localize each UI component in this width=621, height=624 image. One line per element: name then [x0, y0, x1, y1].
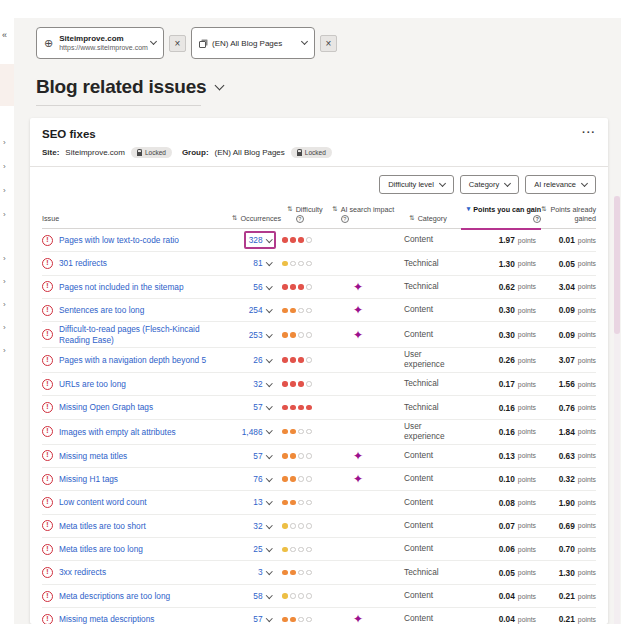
occurrences-value[interactable]: 3 [258, 567, 263, 577]
column-header-difficulty[interactable]: ⇅ Difficulty ? [281, 205, 331, 223]
occurrences-value[interactable]: 1,486 [242, 427, 263, 437]
sort-icon[interactable]: ⇅ [287, 205, 292, 223]
occurrences-value[interactable]: 56 [253, 282, 262, 292]
chevron-right-icon[interactable]: › [3, 277, 6, 286]
difficulty-dots [276, 617, 326, 623]
chevron-right-icon[interactable]: › [3, 300, 6, 309]
issue-link[interactable]: Missing meta descriptions [59, 614, 154, 624]
occurrences-control[interactable]: 26 [248, 351, 276, 369]
difficulty-dot [298, 523, 304, 529]
chevron-right-icon[interactable]: › [3, 346, 6, 355]
main-area: ⊕ Siteimprove.com https://www.siteimprov… [14, 18, 621, 624]
occurrences-control[interactable]: 254 [244, 301, 276, 319]
occurrences-value[interactable]: 253 [249, 330, 263, 340]
occurrences-control[interactable]: 57 [248, 447, 276, 465]
occurrences-control[interactable]: 328 [244, 231, 276, 249]
sort-icon[interactable]: ⇅ [541, 205, 546, 223]
info-icon[interactable]: ? [296, 215, 304, 223]
chevron-right-icon[interactable]: › [3, 186, 6, 195]
site-selector-clear-button[interactable]: × [169, 35, 186, 52]
column-header-issue[interactable]: Issue [42, 214, 232, 223]
sort-icon[interactable]: ⇅ [332, 205, 337, 223]
difficulty-dot [282, 429, 288, 435]
occurrences-control[interactable]: 81 [248, 254, 276, 272]
issue-link[interactable]: Sentences are too long [59, 305, 144, 315]
scrollbar[interactable] [614, 196, 620, 624]
issue-link[interactable]: URLs are too long [59, 379, 126, 389]
sort-icon[interactable]: ⇅ [409, 214, 414, 223]
group-selector[interactable]: (EN) All Blog Pages [191, 27, 315, 59]
issue-warning-icon: ! [42, 235, 53, 246]
occurrences-control[interactable]: 58 [248, 587, 276, 605]
occurrences-value[interactable]: 57 [253, 614, 262, 624]
issue-link[interactable]: Pages with low text-to-code ratio [59, 235, 179, 245]
filter-difficulty-level[interactable]: Difficulty level [379, 175, 454, 194]
occurrences-control[interactable]: 32 [248, 517, 276, 535]
ai-search-impact-icon: ✦ [353, 450, 363, 462]
issue-link[interactable]: Meta titles are too short [59, 521, 146, 531]
occurrences-control[interactable]: 13 [248, 493, 276, 511]
chevron-right-icon[interactable]: › [3, 162, 6, 171]
occurrences-value[interactable]: 32 [253, 521, 262, 531]
difficulty-dot [298, 476, 304, 482]
issue-link[interactable]: Missing H1 tags [59, 474, 118, 484]
filter-ai-relevance[interactable]: AI relevance [525, 175, 596, 194]
column-header-occurrences[interactable]: ⇅ Occurrences [232, 214, 281, 223]
info-icon[interactable]: ? [533, 215, 541, 223]
occurrences-value[interactable]: 57 [253, 402, 262, 412]
group-selector-clear-button[interactable]: × [320, 35, 337, 52]
issue-warning-icon: ! [42, 355, 53, 366]
occurrences-control[interactable]: 3 [253, 563, 276, 581]
sidebar-collapse-button[interactable]: « [2, 30, 7, 40]
occurrences-control[interactable]: 57 [248, 398, 276, 416]
occurrences-control[interactable]: 56 [248, 278, 276, 296]
ai-search-impact-icon: ✦ [353, 473, 363, 485]
occurrences-value[interactable]: 26 [253, 355, 262, 365]
occurrences-value[interactable]: 58 [253, 591, 262, 601]
issue-link[interactable]: 301 redirects [59, 258, 107, 268]
occurrences-value[interactable]: 13 [253, 497, 262, 507]
occurrences-value[interactable]: 32 [253, 379, 262, 389]
chevron-right-icon[interactable]: › [3, 254, 6, 263]
occurrences-control[interactable]: 32 [248, 375, 276, 393]
issue-link[interactable]: Pages with a navigation depth beyond 5 [59, 355, 206, 365]
info-icon[interactable]: ? [341, 215, 349, 223]
issue-link[interactable]: 3xx redirects [59, 567, 106, 577]
sort-descending-icon[interactable]: ▾ [467, 205, 471, 223]
column-header-points-already-gained[interactable]: ⇅ Points already gained [541, 205, 596, 223]
occurrences-control[interactable]: 253 [244, 326, 276, 344]
column-header-category[interactable]: ⇅ Category [395, 214, 459, 223]
scrollbar-thumb[interactable] [614, 196, 620, 334]
occurrences-value[interactable]: 328 [249, 235, 263, 245]
chevron-right-icon[interactable]: › [3, 323, 6, 332]
occurrences-control[interactable]: 57 [248, 610, 276, 624]
points-unit: points [518, 331, 536, 338]
occurrences-control[interactable]: 76 [248, 470, 276, 488]
card-menu-button[interactable]: ··· [582, 126, 596, 138]
sort-icon[interactable]: ⇅ [232, 214, 237, 223]
chevron-right-icon[interactable]: › [3, 210, 6, 219]
site-selector[interactable]: ⊕ Siteimprove.com https://www.siteimprov… [36, 27, 164, 59]
difficulty-dot [298, 593, 304, 599]
issue-link[interactable]: Pages not included in the sitemap [59, 282, 184, 292]
occurrences-control[interactable]: 1,486 [237, 423, 276, 441]
occurrences-value[interactable]: 57 [253, 451, 262, 461]
issue-link[interactable]: Difficult-to-read pages (Flesch-Kincaid … [59, 324, 232, 345]
issue-link[interactable]: Missing meta titles [59, 451, 127, 461]
column-header-ai-search-impact[interactable]: ⇅ AI search impact ? [331, 205, 395, 223]
page-title-dropdown[interactable]: Blog related issues [36, 76, 223, 98]
filter-category[interactable]: Category [460, 175, 519, 194]
occurrences-value[interactable]: 254 [249, 305, 263, 315]
occurrences-control[interactable]: 25 [248, 540, 276, 558]
issue-link[interactable]: Images with empty alt attributes [59, 427, 176, 437]
occurrences-value[interactable]: 76 [253, 474, 262, 484]
issue-link[interactable]: Low content word count [59, 497, 147, 507]
issue-link[interactable]: Meta descriptions are too long [59, 591, 170, 601]
occurrences-value[interactable]: 25 [253, 544, 262, 554]
occurrences-value[interactable]: 81 [253, 258, 262, 268]
chevron-right-icon[interactable]: › [3, 138, 6, 147]
ai-search-impact-icon: ✦ [353, 613, 363, 624]
issue-link[interactable]: Meta titles are too long [59, 544, 143, 554]
issue-link[interactable]: Missing Open Graph tags [59, 402, 153, 412]
column-header-points-you-can-gain[interactable]: ▾ Points you can gain ? [459, 205, 541, 223]
